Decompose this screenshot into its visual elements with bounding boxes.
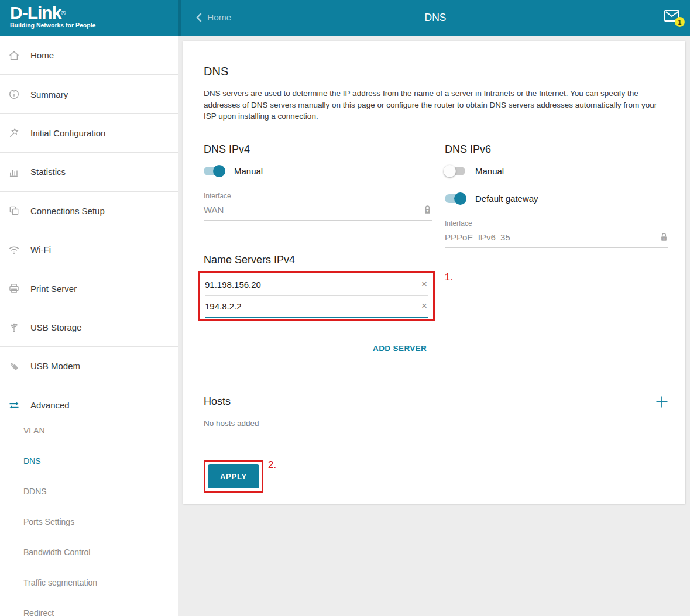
info-icon	[8, 88, 23, 100]
usb-icon	[8, 321, 23, 333]
sidebar-item-initial-configuration[interactable]: Initial Configuration	[0, 114, 178, 153]
bar-chart-icon	[8, 166, 23, 178]
remove-server-2-button[interactable]: ×	[421, 302, 428, 310]
ipv4-manual-label: Manual	[234, 166, 263, 176]
sidebar-item-summary[interactable]: Summary	[0, 75, 178, 113]
ipv6-manual-toggle[interactable]	[445, 167, 465, 175]
hosts-empty-text: No hosts added	[204, 419, 668, 428]
sidebar-subitem-bandwidth-control[interactable]: Bandwidth Control	[0, 537, 178, 567]
dlink-logo: D-Link® Building Networks for People	[0, 0, 178, 36]
sidebar-subitem-redirect[interactable]: Redirect	[0, 598, 178, 616]
ipv4-manual-toggle[interactable]	[204, 167, 224, 175]
dns-ipv4-heading: DNS IPv4	[204, 143, 445, 156]
logo-text: D-Link®	[10, 4, 178, 22]
ipv4-interface-value: WAN	[204, 205, 224, 215]
logo-tagline: Building Networks for People	[10, 22, 178, 29]
name-server-input-2[interactable]: 194.8.2.2 ×	[205, 296, 428, 318]
printer-icon	[8, 283, 23, 294]
sidebar-item-usb-modem[interactable]: USB Modem	[0, 347, 178, 386]
sidebar-subitem-ports-settings[interactable]: Ports Settings	[0, 507, 178, 537]
hosts-heading: Hosts	[204, 395, 231, 408]
sidebar-item-connections-setup[interactable]: Connections Setup	[0, 192, 178, 230]
card-title: DNS	[204, 64, 668, 78]
ipv4-interface-field[interactable]: Interface WAN T	[204, 192, 432, 221]
name-servers-heading: Name Servers IPv4	[204, 254, 445, 266]
dns-settings-card: DNS DNS servers are used to determine th…	[183, 41, 685, 504]
page-title: DNS	[181, 12, 690, 24]
sidebar-subitem-vlan[interactable]: VLAN	[0, 415, 178, 446]
ipv6-default-gateway-label: Default gateway	[475, 194, 538, 204]
annotation-step-1: 1.	[445, 271, 453, 283]
annotation-step-2: 2.	[268, 459, 276, 471]
plus-icon	[655, 395, 668, 408]
advanced-submenu: VLAN DNS DDNS Ports Settings Bandwidth C…	[0, 415, 178, 616]
lock-icon: T	[660, 232, 668, 243]
add-host-button[interactable]	[655, 395, 668, 408]
ipv6-interface-value: PPPoE_IPv6_35	[445, 232, 510, 242]
layers-icon	[8, 205, 23, 216]
notifications-button[interactable]: 1	[664, 10, 679, 22]
ipv6-interface-field[interactable]: Interface PPPoE_IPv6_35 T	[445, 219, 668, 248]
sidebar: Home Summary Initial Configuration Stati…	[0, 36, 178, 616]
ipv6-default-gateway-toggle[interactable]	[445, 194, 465, 203]
dns-ipv6-heading: DNS IPv6	[445, 143, 668, 156]
svg-text:T: T	[427, 209, 429, 213]
sidebar-item-statistics[interactable]: Statistics	[0, 153, 178, 191]
interface-label: Interface	[204, 192, 432, 200]
svg-text:T: T	[663, 237, 665, 240]
sidebar-item-wifi[interactable]: Wi-Fi	[0, 230, 178, 269]
interface-label: Interface	[445, 219, 668, 228]
content-area: DNS DNS servers are used to determine th…	[178, 36, 690, 616]
dns-description: DNS servers are used to determine the IP…	[204, 88, 669, 122]
apply-button[interactable]: APPLY	[208, 464, 259, 488]
top-bar: D-Link® Building Networks for People Hom…	[0, 0, 690, 36]
annotation-box-2: APPLY	[204, 460, 263, 493]
add-server-button[interactable]: ADD SERVER	[373, 343, 427, 354]
home-icon	[8, 50, 23, 61]
sidebar-subitem-ddns[interactable]: DDNS	[0, 476, 178, 507]
wifi-icon	[8, 244, 23, 256]
notification-badge: 1	[675, 17, 685, 27]
sidebar-item-home[interactable]: Home	[0, 36, 178, 75]
usb-stick-icon	[8, 360, 23, 372]
annotation-box-1: 91.198.156.20 × 194.8.2.2 × 1.	[198, 271, 435, 321]
arrows-icon	[8, 400, 23, 411]
sidebar-subitem-traffic-segmentation[interactable]: Traffic segmentation	[0, 567, 178, 598]
name-server-value-1[interactable]: 91.198.156.20	[205, 280, 261, 290]
header-main: Home DNS 1	[178, 0, 690, 36]
sidebar-item-print-server[interactable]: Print Server	[0, 269, 178, 308]
ipv6-manual-label: Manual	[475, 166, 504, 176]
name-server-input-1[interactable]: 91.198.156.20 ×	[205, 274, 428, 296]
magic-wand-icon	[8, 127, 23, 139]
name-server-value-2[interactable]: 194.8.2.2	[205, 301, 242, 311]
sidebar-item-usb-storage[interactable]: USB Storage	[0, 308, 178, 347]
remove-server-1-button[interactable]: ×	[421, 280, 428, 288]
sidebar-subitem-dns[interactable]: DNS	[0, 446, 178, 476]
lock-icon: T	[423, 204, 432, 215]
